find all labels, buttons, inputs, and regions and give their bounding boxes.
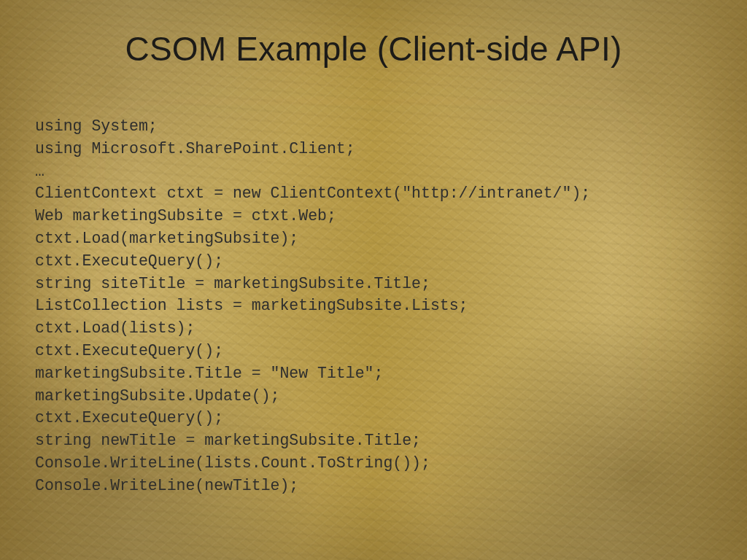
slide: CSOM Example (Client-side API) using Sys… [0,0,747,560]
slide-title: CSOM Example (Client-side API) [0,29,747,69]
code-block: using System; using Microsoft.SharePoint… [35,115,590,497]
